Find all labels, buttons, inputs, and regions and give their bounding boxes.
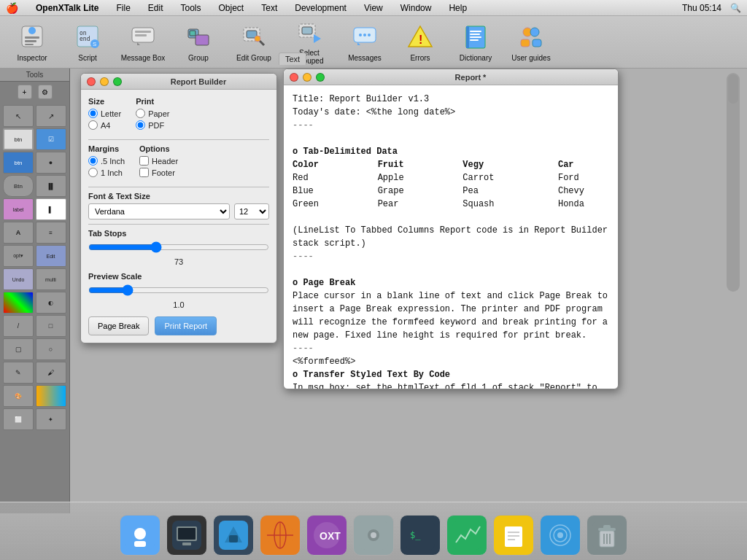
- tool-color2[interactable]: ◐: [36, 292, 66, 314]
- dock-finder[interactable]: [120, 515, 160, 556]
- tool-scrollbar[interactable]: ▐▌: [36, 175, 66, 197]
- tool-eraser[interactable]: ⬜: [3, 408, 34, 430]
- apple-menu[interactable]: 🍎: [6, 2, 18, 14]
- margin-one-radio[interactable]: [88, 168, 98, 177]
- add-tool-button[interactable]: +: [18, 85, 32, 99]
- size-select[interactable]: 12: [234, 203, 269, 219]
- col-vegy: Vegy: [462, 158, 558, 171]
- svg-rect-50: [229, 535, 238, 542]
- margins-section: Margins .5 Inch 1 Inch: [88, 144, 125, 179]
- maximize-button[interactable]: [113, 77, 122, 86]
- tool-edit[interactable]: Edit: [36, 245, 66, 267]
- dock-oxt[interactable]: OXT: [306, 515, 347, 556]
- tool-btn1[interactable]: btn: [3, 128, 34, 150]
- footer-checkbox[interactable]: [139, 168, 149, 177]
- toolbar-btn-userguides[interactable]: User guides: [505, 19, 557, 66]
- tool-btn3[interactable]: Btn: [3, 175, 34, 197]
- tool-list[interactable]: ≡: [36, 222, 66, 244]
- toolbar-btn-group[interactable]: Group: [172, 19, 225, 66]
- svg-rect-4: [25, 44, 34, 45]
- toolbar: Inspector on end S Script Message Box: [0, 16, 747, 69]
- tool-oval[interactable]: ○: [36, 338, 66, 360]
- report-content[interactable]: Title: Report Builder v1.3 Today's date:…: [284, 85, 618, 389]
- print-paper-radio[interactable]: [136, 109, 145, 118]
- toolbar-btn-dictionary[interactable]: Dictionary: [449, 19, 502, 66]
- report-close-button[interactable]: [290, 73, 298, 82]
- page-break-button[interactable]: Page Break: [88, 316, 149, 335]
- settings-tool-button[interactable]: ⚙: [38, 85, 53, 99]
- tool-arrow[interactable]: ↖: [3, 105, 34, 127]
- tool-text[interactable]: A: [3, 222, 34, 244]
- tool-toggle[interactable]: ●: [36, 152, 66, 174]
- print-report-button[interactable]: Print Report: [155, 316, 217, 335]
- menu-text[interactable]: Text: [258, 1, 280, 15]
- menu-window[interactable]: Window: [398, 1, 435, 15]
- size-a4-radio[interactable]: [88, 120, 98, 130]
- tool-palette[interactable]: 🎨: [3, 385, 34, 407]
- tool-pencil[interactable]: ✎: [3, 362, 34, 384]
- tool-extra[interactable]: ✦: [36, 408, 66, 430]
- sidebar: Tools + ⚙ ↖ ↗ btn ☑ btn ● Btn ▐▌ label ▌…: [0, 69, 70, 513]
- tool-checkbox[interactable]: ☑: [36, 128, 66, 150]
- svg-rect-2: [25, 36, 39, 39]
- margin-one-label: 1 Inch: [101, 168, 123, 177]
- menu-file[interactable]: File: [113, 1, 133, 15]
- dock-network[interactable]: [540, 515, 581, 556]
- dock-classic[interactable]: [213, 515, 254, 556]
- menu-development[interactable]: Development: [292, 1, 349, 15]
- tool-option[interactable]: opt▾: [3, 245, 34, 267]
- tool-swatch[interactable]: [36, 385, 66, 407]
- cell-honda: Honda: [558, 198, 609, 211]
- dock-app1[interactable]: [166, 515, 207, 556]
- report-minimize-button[interactable]: [303, 73, 311, 82]
- toolbar-btn-inspector[interactable]: Inspector: [6, 19, 58, 66]
- text-tab[interactable]: Text: [279, 52, 306, 65]
- menu-tools[interactable]: Tools: [178, 1, 204, 15]
- print-pdf-radio[interactable]: [136, 120, 145, 130]
- search-icon[interactable]: 🔍: [730, 3, 741, 13]
- menu-help[interactable]: Help: [446, 1, 470, 15]
- margin-half-radio[interactable]: [88, 156, 98, 166]
- menu-edit[interactable]: Edit: [145, 1, 166, 15]
- toolbar-btn-messagebox[interactable]: Message Box: [117, 19, 169, 66]
- tool-btn2[interactable]: btn: [3, 152, 34, 174]
- minimize-button[interactable]: [100, 77, 109, 86]
- dock-globe[interactable]: [260, 515, 301, 556]
- report-maximize-button[interactable]: [316, 73, 325, 82]
- tool-rect[interactable]: □: [36, 315, 66, 337]
- tool-select[interactable]: ↗: [36, 105, 66, 127]
- dock-trash[interactable]: [587, 515, 627, 556]
- svg-point-1: [28, 27, 36, 34]
- toolbar-btn-editgroup[interactable]: Edit Group: [228, 19, 280, 66]
- menu-app[interactable]: OpenXTalk Lite: [33, 1, 101, 15]
- dock-terminal[interactable]: $_: [400, 515, 441, 556]
- size-section: Size Letter A4: [88, 97, 121, 132]
- report-line2: Today's date: <%the long date%>: [293, 106, 609, 119]
- svg-point-26: [363, 34, 366, 36]
- tool-field[interactable]: ▌: [36, 198, 66, 220]
- tool-label[interactable]: label: [3, 198, 34, 220]
- messagebox-icon: [128, 22, 158, 51]
- scrollbar-thumb[interactable]: [728, 74, 738, 104]
- tool-brush[interactable]: 🖌: [36, 362, 66, 384]
- toolbar-btn-messages[interactable]: Messages: [338, 19, 391, 66]
- tool-undo[interactable]: Undo: [3, 268, 34, 290]
- dock-monitor[interactable]: [446, 515, 487, 556]
- menu-object[interactable]: Object: [216, 1, 247, 15]
- header-checkbox[interactable]: [139, 156, 149, 166]
- menu-view[interactable]: View: [361, 1, 386, 15]
- close-button[interactable]: [87, 77, 96, 86]
- errors-label: Errors: [410, 54, 430, 62]
- tool-color1[interactable]: [3, 292, 34, 314]
- font-select[interactable]: Verdana: [88, 203, 230, 219]
- toolbar-btn-script[interactable]: on end S Script: [61, 19, 114, 66]
- preview-scale-slider[interactable]: [88, 285, 269, 295]
- dock-settings[interactable]: [353, 515, 394, 556]
- dock-notes[interactable]: [493, 515, 534, 556]
- tab-stops-slider[interactable]: [88, 242, 269, 252]
- size-letter-radio[interactable]: [88, 109, 98, 118]
- tool-line[interactable]: /: [3, 315, 34, 337]
- tool-multi[interactable]: multi: [36, 268, 66, 290]
- tool-roundrect[interactable]: ▢: [3, 338, 34, 360]
- toolbar-btn-errors[interactable]: ! Errors: [394, 19, 446, 66]
